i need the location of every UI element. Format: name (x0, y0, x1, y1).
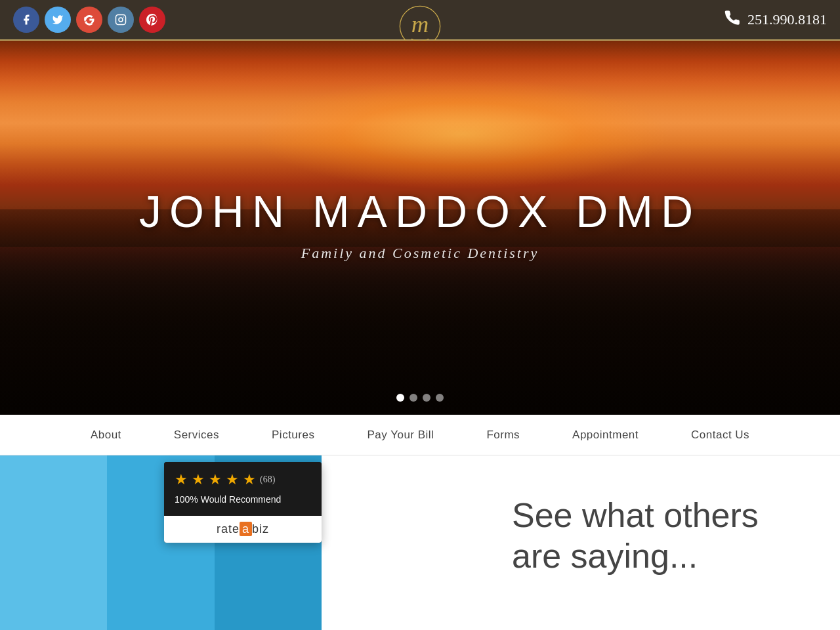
nav-link-forms[interactable]: Forms (460, 415, 546, 455)
carousel-dot-4[interactable] (436, 394, 444, 402)
hero-title: JOHN MADDOX DMD (139, 186, 701, 237)
carousel-dot-1[interactable] (396, 394, 404, 402)
nav-link-pay[interactable]: Pay Your Bill (341, 415, 460, 455)
svg-text:m: m (411, 10, 429, 37)
twitter-icon[interactable] (45, 7, 71, 33)
hero-subtitle: Family and Cosmetic Dentistry (139, 245, 701, 262)
carousel-dots (396, 394, 444, 402)
hero-sun-glow (252, 78, 672, 190)
stars-row: ★ ★ ★ ★ ★ (68) (175, 471, 311, 488)
phone-text: 251.990.8181 (747, 11, 827, 28)
lower-content-wrapper: ★ ★ ★ ★ ★ (68) 100% Would Recommend rate… (322, 455, 840, 630)
svg-point-1 (119, 18, 123, 22)
carousel-dot-2[interactable] (410, 394, 417, 402)
nav-list: About Services Pictures Pay Your Bill Fo… (64, 415, 776, 455)
see-what-text: See what others are saying... (322, 455, 840, 603)
carousel-dot-3[interactable] (423, 394, 430, 402)
phone-number: 251.990.8181 (724, 9, 827, 30)
nav-link-about[interactable]: About (64, 415, 148, 455)
star-4: ★ (226, 471, 239, 488)
color-block-light-blue (0, 455, 107, 630)
recommend-text: 100% Would Recommend (175, 494, 311, 507)
review-count: (68) (260, 474, 275, 485)
nav-item-pictures: Pictures (245, 415, 341, 455)
top-bar: m 251.990.8181 (0, 0, 840, 41)
rating-top: ★ ★ ★ ★ ★ (68) 100% Would Recommend (164, 462, 322, 516)
see-what-heading-line1: See what others (512, 496, 759, 534)
nav-link-services[interactable]: Services (148, 415, 245, 455)
rating-widget: ★ ★ ★ ★ ★ (68) 100% Would Recommend rate… (164, 462, 322, 543)
svg-point-2 (123, 16, 124, 18)
google-plus-icon[interactable] (76, 7, 102, 33)
nav-link-contact[interactable]: Contact Us (665, 415, 776, 455)
star-2: ★ (192, 471, 205, 488)
nav-item-pay: Pay Your Bill (341, 415, 460, 455)
star-3: ★ (209, 471, 222, 488)
nav-item-contact: Contact Us (665, 415, 776, 455)
lower-section: ★ ★ ★ ★ ★ (68) 100% Would Recommend rate… (0, 455, 840, 630)
nav-link-pictures[interactable]: Pictures (245, 415, 341, 455)
main-navigation: About Services Pictures Pay Your Bill Fo… (0, 415, 840, 455)
nav-item-services: Services (148, 415, 245, 455)
star-5: ★ (243, 471, 256, 488)
nav-item-appointment: Appointment (546, 415, 665, 455)
nav-item-about: About (64, 415, 148, 455)
star-1: ★ (175, 471, 188, 488)
instagram-icon[interactable] (108, 7, 134, 33)
phone-icon (724, 9, 741, 30)
hero-content: JOHN MADDOX DMD Family and Cosmetic Dent… (139, 186, 701, 262)
rateabiz-logo: rateabiz (217, 522, 269, 536)
nav-link-appointment[interactable]: Appointment (546, 415, 665, 455)
svg-rect-0 (116, 15, 126, 25)
facebook-icon[interactable] (13, 7, 39, 33)
nav-item-forms: Forms (460, 415, 546, 455)
see-what-heading-line2: are saying... (512, 537, 698, 575)
see-what-heading: See what others are saying... (512, 495, 814, 577)
social-icons-group (13, 7, 165, 33)
rating-bottom: rateabiz (164, 516, 322, 543)
rateabiz-a: a (240, 522, 252, 536)
hero-section: JOHN MADDOX DMD Family and Cosmetic Dent… (0, 41, 840, 415)
pinterest-icon[interactable] (139, 7, 165, 33)
